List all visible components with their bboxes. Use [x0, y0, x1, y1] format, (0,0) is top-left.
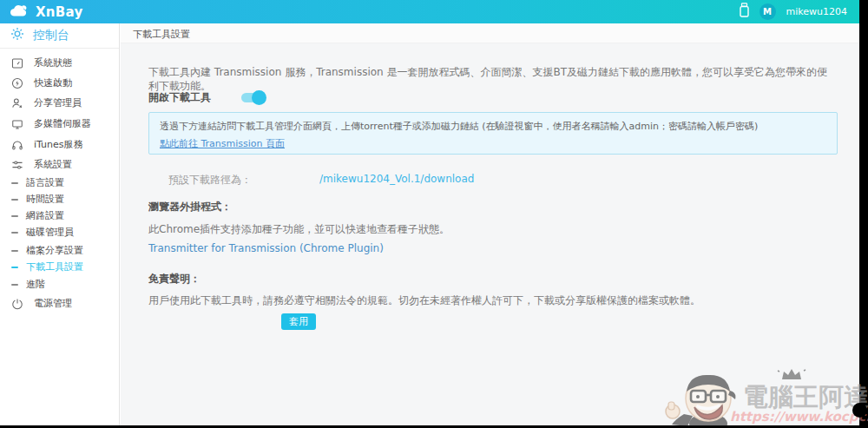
dash-icon — [11, 250, 18, 252]
info-box: 透過下方連結訪問下載工具管理介面網頁，上傳torrent種子或添加磁力鏈結 (在… — [148, 112, 838, 155]
download-path-label: 預設下載路徑為： — [168, 173, 252, 188]
settings-content: 下載工具內建 Transmission 服務，Transmission 是一套開… — [121, 43, 859, 425]
black-dot-decoration — [852, 403, 867, 418]
sidebar-item-itunes[interactable]: iTunes服務 — [0, 137, 119, 152]
intro-paragraph: 下載工具內建 Transmission 服務，Transmission 是一套開… — [148, 65, 836, 93]
disclaimer-heading: 免責聲明： — [148, 272, 201, 286]
apply-button[interactable]: 套用 — [281, 313, 316, 330]
sidebar-item-system-settings[interactable]: 系統設置 — [0, 157, 119, 172]
sidebar-subitem-language[interactable]: 語言設置 — [0, 176, 119, 189]
sidebar-item-share-manager[interactable]: 分享管理員 — [0, 95, 119, 110]
sidebar-subitem-disk-manager[interactable]: 磁碟管理員 — [0, 226, 119, 239]
app-window: XnBay M mikewu1204 控制台 系統狀態 — [0, 0, 859, 425]
control-panel-label: 控制台 — [33, 28, 69, 43]
sidebar-subitem-label: 進階 — [26, 278, 45, 291]
sidebar-item-label: 系統狀態 — [34, 56, 72, 69]
toggle-label: 開啟下載工具 — [148, 90, 211, 105]
download-path-row: 預設下載路徑為： /mikewu1204_Vol.1/download — [121, 173, 859, 187]
sidebar-item-label: 多媒體伺服器 — [34, 117, 91, 130]
download-path-link[interactable]: /mikewu1204_Vol.1/download — [319, 173, 474, 185]
sidebar-subitem-file-share[interactable]: 檔案分享設置 — [0, 244, 119, 257]
toggle-row: 開啟下載工具 — [148, 90, 264, 105]
quick-start-icon — [10, 76, 23, 89]
media-server-icon — [10, 117, 23, 130]
download-tool-toggle[interactable] — [241, 93, 264, 102]
dash-icon — [11, 215, 18, 217]
sidebar-item-media-server[interactable]: 多媒體伺服器 — [0, 116, 119, 131]
sidebar-item-power[interactable]: 電源管理 — [0, 296, 119, 311]
sidebar-item-label: 系統設置 — [34, 158, 72, 171]
toggle-knob — [252, 90, 266, 105]
dash-icon — [11, 284, 18, 286]
tab-strip: 下載工具設置 — [121, 23, 859, 43]
plugin-heading: 瀏覽器外掛程式： — [148, 200, 232, 214]
disclaimer-text: 用戶使用此下載工具時，請務必遵守相關法令的規範。切勿在未經著作權人許可下，下載或… — [148, 293, 700, 308]
headphones-icon — [10, 138, 23, 151]
sidebar-subitem-label: 磁碟管理員 — [26, 226, 74, 239]
transmission-page-link[interactable]: 點此前往 Transmission 頁面 — [160, 137, 285, 150]
sidebar-item-system-status[interactable]: 系統狀態 — [0, 56, 119, 70]
sidebar-subitem-download-tool[interactable]: 下載工具設置 — [0, 260, 119, 273]
sidebar-item-label: 快速啟動 — [34, 76, 72, 89]
tab-download-tool-settings[interactable]: 下載工具設置 — [133, 28, 190, 41]
cloud-logo-icon — [9, 3, 30, 20]
sidebar-subitem-label: 網路設置 — [26, 209, 64, 222]
usb-device-icon[interactable] — [740, 3, 749, 21]
sidebar-subitem-label: 檔案分享設置 — [26, 244, 83, 257]
sidebar-subitem-label: 下載工具設置 — [26, 260, 83, 273]
screenshot-root: XnBay M mikewu1204 控制台 系統狀態 — [0, 0, 868, 428]
sidebar-item-quick-start[interactable]: 快速啟動 — [0, 76, 119, 90]
sidebar-subitem-label: 語言設置 — [26, 176, 64, 189]
dash-icon — [11, 267, 18, 268]
plugin-description: 此Chrome插件支持添加種子功能，並可以快速地查看種子狀態。 — [148, 222, 450, 237]
avatar[interactable]: M — [760, 3, 776, 20]
sidebar-item-label: iTunes服務 — [34, 138, 83, 151]
sidebar-subitem-advanced[interactable]: 進階 — [0, 278, 119, 291]
sidebar-subitem-label: 時間設置 — [26, 193, 64, 206]
chrome-plugin-link[interactable]: Transmitter for Transmission (Chrome Plu… — [148, 242, 384, 254]
sidebar-subitem-network[interactable]: 網路設置 — [0, 209, 119, 222]
sidebar: 控制台 系統狀態 快速啟動 分享管理員 多媒體伺服器 iTunes服務 — [0, 23, 120, 425]
username[interactable]: mikewu1204 — [786, 6, 847, 17]
app-logo[interactable]: XnBay — [9, 3, 83, 20]
info-box-text: 透過下方連結訪問下載工具管理介面網頁，上傳torrent種子或添加磁力鏈結 (在… — [160, 120, 826, 133]
dash-icon — [11, 199, 18, 201]
sidebar-header-control-panel[interactable]: 控制台 — [0, 23, 119, 49]
sidebar-item-label: 分享管理員 — [34, 96, 82, 109]
system-status-icon — [10, 56, 23, 69]
share-manager-icon — [10, 96, 23, 109]
app-title: XnBay — [36, 4, 83, 20]
sidebar-item-label: 電源管理 — [34, 297, 72, 310]
dash-icon — [11, 232, 18, 234]
gear-icon — [10, 27, 24, 44]
sliders-icon — [10, 158, 23, 171]
dash-icon — [11, 182, 18, 184]
power-icon — [10, 297, 23, 310]
top-bar: XnBay M mikewu1204 — [0, 0, 859, 23]
main-area: 下載工具設置 下載工具內建 Transmission 服務，Transmissi… — [121, 23, 859, 425]
top-bar-right: M mikewu1204 — [740, 0, 847, 23]
sidebar-subitem-time[interactable]: 時間設置 — [0, 193, 119, 206]
